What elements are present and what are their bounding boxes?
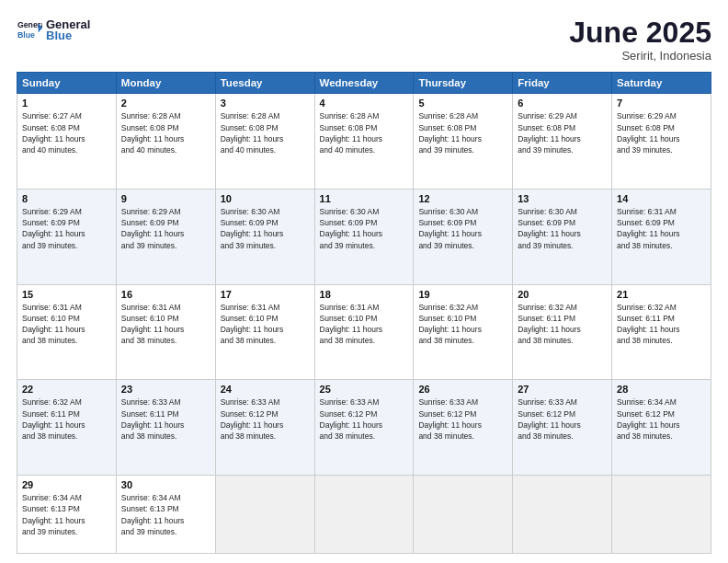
day-cell-29: 29 Sunrise: 6:34 AMSunset: 6:13 PMDaylig… — [17, 475, 117, 553]
header: General Blue General Blue June 2025 Seri… — [17, 17, 711, 63]
day-cell-24: 24 Sunrise: 6:33 AMSunset: 6:12 PMDaylig… — [215, 380, 314, 476]
day-cell-15: 15 Sunrise: 6:31 AMSunset: 6:10 PMDaylig… — [17, 284, 117, 380]
table-row: 15 Sunrise: 6:31 AMSunset: 6:10 PMDaylig… — [17, 284, 711, 380]
empty-cell — [513, 475, 612, 553]
day-cell-23: 23 Sunrise: 6:33 AMSunset: 6:11 PMDaylig… — [116, 380, 215, 476]
logo-icon: General Blue — [17, 17, 42, 42]
day-cell-20: 20 Sunrise: 6:32 AMSunset: 6:11 PMDaylig… — [513, 284, 612, 380]
col-wednesday: Wednesday — [314, 73, 414, 94]
day-cell-18: 18 Sunrise: 6:31 AMSunset: 6:10 PMDaylig… — [314, 284, 414, 380]
col-monday: Monday — [116, 73, 215, 94]
table-row: 1 Sunrise: 6:27 AMSunset: 6:08 PMDayligh… — [17, 94, 711, 190]
day-cell-21: 21 Sunrise: 6:32 AMSunset: 6:11 PMDaylig… — [612, 284, 711, 380]
day-cell-1: 1 Sunrise: 6:27 AMSunset: 6:08 PMDayligh… — [17, 94, 117, 190]
day-cell-10: 10 Sunrise: 6:30 AMSunset: 6:09 PMDaylig… — [215, 189, 314, 284]
day-cell-14: 14 Sunrise: 6:31 AMSunset: 6:09 PMDaylig… — [612, 189, 711, 284]
empty-cell — [314, 475, 414, 553]
day-cell-4: 4 Sunrise: 6:28 AMSunset: 6:08 PMDayligh… — [314, 94, 414, 190]
logo: General Blue General Blue — [17, 17, 90, 42]
day-cell-27: 27 Sunrise: 6:33 AMSunset: 6:12 PMDaylig… — [513, 380, 612, 476]
page-title: June 2025 — [569, 17, 711, 49]
col-saturday: Saturday — [612, 73, 711, 94]
location-label: Seririt, Indonesia — [569, 49, 711, 63]
page: General Blue General Blue June 2025 Seri… — [0, 0, 728, 563]
day-cell-2: 2 Sunrise: 6:28 AMSunset: 6:08 PMDayligh… — [116, 94, 215, 190]
day-cell-3: 3 Sunrise: 6:28 AMSunset: 6:08 PMDayligh… — [215, 94, 314, 190]
col-friday: Friday — [513, 73, 612, 94]
day-cell-25: 25 Sunrise: 6:33 AMSunset: 6:12 PMDaylig… — [314, 380, 414, 476]
day-cell-16: 16 Sunrise: 6:31 AMSunset: 6:10 PMDaylig… — [116, 284, 215, 380]
day-cell-17: 17 Sunrise: 6:31 AMSunset: 6:10 PMDaylig… — [215, 284, 314, 380]
table-row: 22 Sunrise: 6:32 AMSunset: 6:11 PMDaylig… — [17, 380, 711, 476]
day-cell-26: 26 Sunrise: 6:33 AMSunset: 6:12 PMDaylig… — [414, 380, 513, 476]
day-cell-22: 22 Sunrise: 6:32 AMSunset: 6:11 PMDaylig… — [17, 380, 117, 476]
col-thursday: Thursday — [414, 73, 513, 94]
day-cell-7: 7 Sunrise: 6:29 AMSunset: 6:08 PMDayligh… — [612, 94, 711, 190]
empty-cell — [414, 475, 513, 553]
day-cell-13: 13 Sunrise: 6:30 AMSunset: 6:09 PMDaylig… — [513, 189, 612, 284]
day-cell-9: 9 Sunrise: 6:29 AMSunset: 6:09 PMDayligh… — [116, 189, 215, 284]
calendar-table: Sunday Monday Tuesday Wednesday Thursday… — [17, 72, 711, 554]
day-cell-5: 5 Sunrise: 6:28 AMSunset: 6:08 PMDayligh… — [414, 94, 513, 190]
table-row: 8 Sunrise: 6:29 AMSunset: 6:09 PMDayligh… — [17, 189, 711, 284]
day-cell-30: 30 Sunrise: 6:34 AMSunset: 6:13 PMDaylig… — [116, 475, 215, 553]
col-sunday: Sunday — [17, 73, 117, 94]
day-cell-6: 6 Sunrise: 6:29 AMSunset: 6:08 PMDayligh… — [513, 94, 612, 190]
day-cell-12: 12 Sunrise: 6:30 AMSunset: 6:09 PMDaylig… — [414, 189, 513, 284]
table-row: 29 Sunrise: 6:34 AMSunset: 6:13 PMDaylig… — [17, 475, 711, 553]
svg-text:Blue: Blue — [17, 30, 35, 40]
day-cell-8: 8 Sunrise: 6:29 AMSunset: 6:09 PMDayligh… — [17, 189, 117, 284]
day-cell-19: 19 Sunrise: 6:32 AMSunset: 6:10 PMDaylig… — [414, 284, 513, 380]
title-block: June 2025 Seririt, Indonesia — [569, 17, 711, 63]
calendar-header-row: Sunday Monday Tuesday Wednesday Thursday… — [17, 73, 711, 94]
empty-cell — [612, 475, 711, 553]
col-tuesday: Tuesday — [215, 73, 314, 94]
day-cell-11: 11 Sunrise: 6:30 AMSunset: 6:09 PMDaylig… — [314, 189, 414, 284]
logo-text: General Blue — [46, 17, 90, 42]
empty-cell — [215, 475, 314, 553]
day-cell-28: 28 Sunrise: 6:34 AMSunset: 6:12 PMDaylig… — [612, 380, 711, 476]
